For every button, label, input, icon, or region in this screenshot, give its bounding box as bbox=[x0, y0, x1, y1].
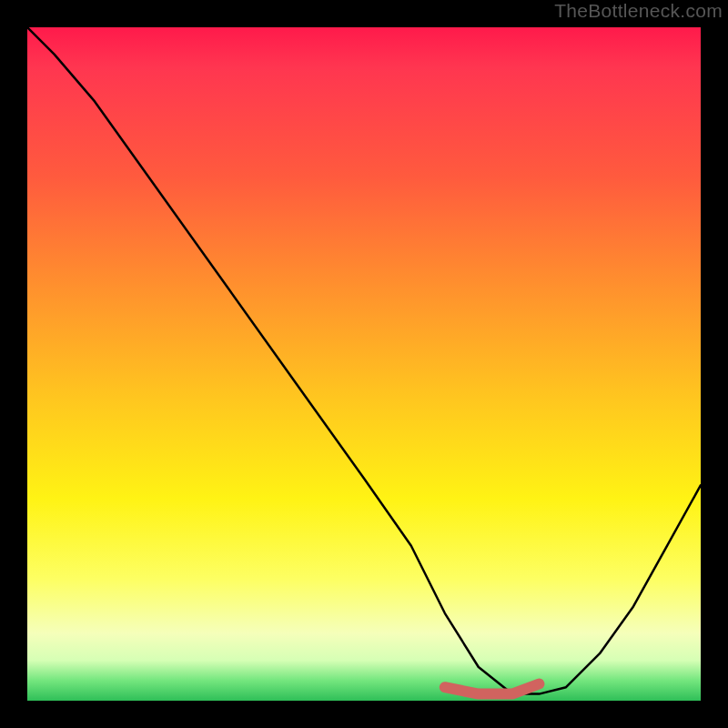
frame-bottom bbox=[0, 701, 728, 728]
chart-container: TheBottleneck.com bbox=[0, 0, 728, 728]
plot-area bbox=[27, 27, 701, 701]
bottleneck-curve-line bbox=[27, 27, 701, 694]
curve-svg bbox=[27, 27, 701, 701]
optimal-highlight-line bbox=[445, 684, 540, 694]
watermark-text: TheBottleneck.com bbox=[554, 0, 723, 22]
frame-right bbox=[701, 0, 728, 728]
frame-left bbox=[0, 0, 27, 728]
